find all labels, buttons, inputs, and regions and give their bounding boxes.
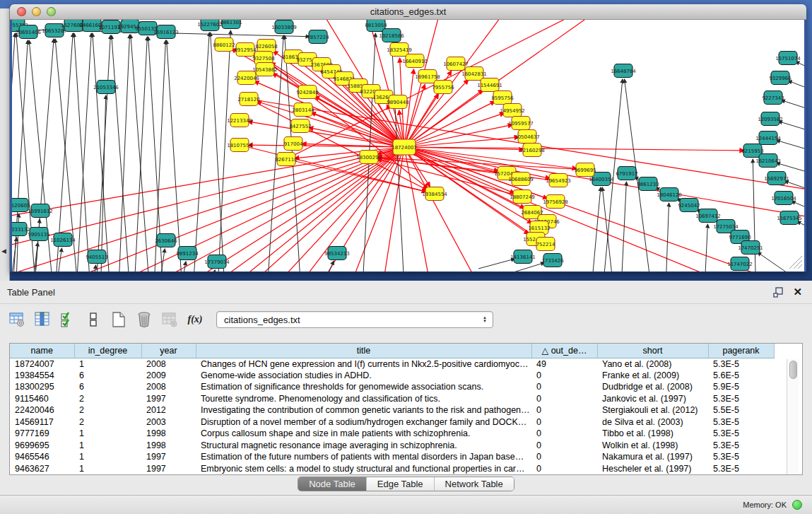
graph-node[interactable]: 2803144	[292, 103, 314, 117]
graph-node[interactable]: 8912954	[234, 43, 257, 57]
graph-node[interactable]: 9890448	[387, 95, 408, 109]
graph-node[interactable]: 10688609	[508, 173, 534, 186]
graph-node[interactable]: 20691406	[16, 25, 41, 39]
table-row[interactable]: 1872400712008Changes of HCN gene express…	[10, 358, 774, 370]
column-edit-icon[interactable]	[34, 311, 51, 328]
graph-node[interactable]: 18107554	[227, 139, 252, 152]
graph-node[interactable]: 11747022	[727, 257, 753, 271]
table-row[interactable]: 1456911722003Disruption of a novel membe…	[10, 416, 774, 428]
collapse-arrow-icon[interactable]: ◀	[1, 247, 6, 255]
graph-node[interactable]: 9405513	[86, 250, 107, 264]
delete-table-icon[interactable]	[136, 311, 153, 328]
graph-node[interactable]: 752214	[536, 238, 555, 251]
select-rows-icon[interactable]	[59, 311, 76, 328]
table-row[interactable]: 911546021997Tourette syndrome. Phenomeno…	[10, 393, 774, 405]
row-height-icon[interactable]	[85, 311, 102, 328]
graph-node[interactable]: 11544691	[477, 78, 502, 92]
graph-node[interactable]: 18724007	[392, 139, 417, 155]
column-header-title[interactable]: title	[196, 344, 531, 358]
graph-node[interactable]: 19654923	[546, 174, 571, 187]
minimize-window-button[interactable]	[32, 7, 41, 16]
graph-node[interactable]: 15692971	[764, 172, 789, 185]
column-header-year[interactable]: year	[141, 344, 196, 358]
citation-graph[interactable]: 1405571220691406106532871527602364661607…	[12, 20, 804, 271]
graph-node[interactable]: 5905135	[28, 228, 49, 241]
tab-node-table[interactable]: Node Table	[298, 477, 367, 491]
graph-node[interactable]: 19218586	[379, 29, 404, 42]
graph-node[interactable]: 19384554	[422, 187, 447, 201]
close-window-button[interactable]	[17, 7, 26, 16]
graph-node[interactable]: 17016504	[771, 192, 796, 205]
graph-node[interactable]: 11675345	[777, 211, 802, 225]
scrollbar-thumb[interactable]	[789, 361, 797, 379]
column-header-short[interactable]: short	[597, 344, 708, 358]
function-builder-icon[interactable]: f(x)	[187, 311, 204, 328]
graph-node[interactable]: 22420046	[234, 71, 259, 85]
column-header-name[interactable]: name	[10, 344, 74, 358]
graph-node[interactable]: 16648784	[611, 64, 636, 78]
network-canvas[interactable]: 1405571220691406106532871527602364661607…	[10, 20, 806, 271]
graph-node[interactable]: 16210643	[755, 154, 781, 168]
graph-node[interactable]: 17379034	[204, 255, 230, 269]
network-window-titlebar[interactable]: citations_edges.txt	[10, 4, 806, 20]
graph-node[interactable]: 17470251	[738, 241, 763, 255]
node-table[interactable]: namein_degreeyeartitle△ out_de…shortpage…	[10, 344, 775, 474]
graph-node[interactable]: 10697412	[695, 209, 721, 223]
graph-node[interactable]: 98534213	[324, 247, 350, 260]
graph-node[interactable]: 7857224	[307, 30, 329, 44]
table-settings-icon[interactable]	[8, 311, 25, 328]
graph-node[interactable]: 15227602	[197, 20, 223, 31]
column-header-pagerank[interactable]: pagerank	[708, 344, 774, 358]
table-row[interactable]: 969969511998Structural magnetic resonanc…	[10, 440, 774, 452]
tab-edge-table[interactable]: Edge Table	[367, 477, 435, 491]
graph-node[interactable]: 8595756	[491, 91, 514, 105]
graph-node[interactable]: 18807249	[510, 190, 535, 204]
table-row[interactable]: 1938455462009Genome-wide association stu…	[10, 370, 774, 382]
graph-node[interactable]: 12160298	[519, 144, 545, 157]
graph-node[interactable]: 1733426	[541, 254, 564, 267]
new-table-icon[interactable]	[110, 311, 127, 328]
column-header-in-degree[interactable]: in_degree	[74, 344, 141, 358]
table-row[interactable]: 1830029562008Estimation of significance …	[10, 381, 774, 393]
table-row[interactable]: 977716911998Corpus callosum shape and si…	[10, 428, 774, 440]
graph-node[interactable]: 9329966	[769, 71, 792, 85]
graph-node[interactable]: 917004	[284, 137, 303, 151]
graph-node[interactable]: 14954952	[500, 104, 525, 117]
column-header-out-degree[interactable]: △ out_de…	[531, 344, 597, 358]
graph-node[interactable]: 8861301	[220, 20, 242, 29]
graph-node[interactable]: 21053346	[93, 81, 119, 94]
graph-node[interactable]: 10959577	[508, 117, 534, 130]
graph-node[interactable]: 2718120	[237, 93, 259, 106]
graph-node[interactable]: 15751074	[775, 52, 801, 65]
close-panel-icon[interactable]: ✕	[793, 286, 802, 298]
graph-node[interactable]: 9242848	[296, 86, 318, 99]
graph-node[interactable]: 9245042	[678, 199, 700, 212]
graph-node[interactable]: 14136141	[510, 250, 536, 264]
graph-node[interactable]: 10607427	[443, 57, 469, 71]
graph-node[interactable]: 18300295	[356, 151, 382, 164]
graph-node[interactable]: 8267110	[275, 153, 297, 166]
graph-node[interactable]: 12444154	[755, 132, 781, 145]
graph-node[interactable]: 15991612	[28, 204, 53, 218]
memory-ok-indicator[interactable]	[792, 500, 802, 510]
graph-node[interactable]: 9699695	[574, 163, 596, 177]
graph-node[interactable]: 2630646	[155, 234, 177, 247]
graph-node[interactable]: 16640910	[402, 54, 428, 68]
graph-node[interactable]: 19756928	[543, 195, 568, 209]
graph-node[interactable]: 15916123	[153, 25, 179, 39]
table-row[interactable]: 2242004622012Investigating the contribut…	[10, 404, 774, 416]
graph-node[interactable]: 8860122	[213, 38, 235, 52]
float-panel-icon[interactable]	[773, 287, 784, 298]
graph-node[interactable]: 8226058	[255, 40, 277, 53]
graph-node[interactable]: 12213349	[227, 114, 252, 127]
graph-node[interactable]: 16033809	[271, 21, 297, 34]
graph-node[interactable]: 9891234	[176, 247, 199, 260]
graph-node[interactable]: 9227343	[762, 91, 784, 105]
graph-node[interactable]: 11026134	[50, 233, 76, 247]
tab-network-table[interactable]: Network Table	[435, 477, 514, 491]
graph-node[interactable]: 12093582	[758, 112, 783, 126]
graph-node[interactable]: 10504637	[514, 130, 540, 144]
table-row[interactable]: 946362711997Embryonic stem cells: a mode…	[10, 463, 774, 475]
table-vertical-scrollbar[interactable]	[787, 359, 799, 474]
graph-node[interactable]: 9861233	[637, 177, 659, 191]
